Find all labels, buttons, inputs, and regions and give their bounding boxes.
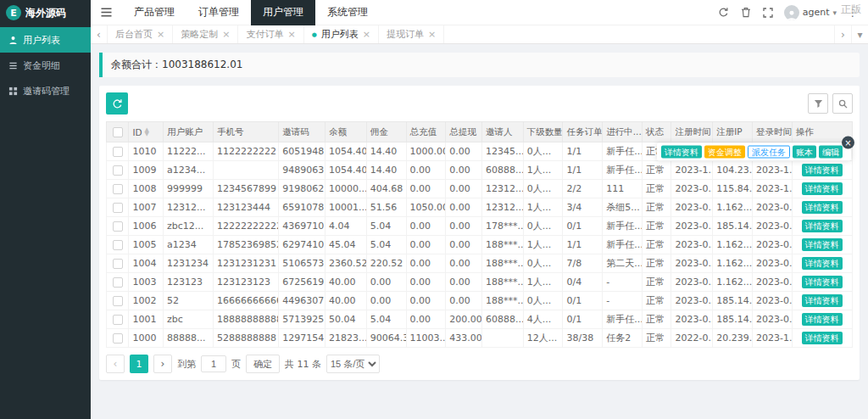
close-tab-icon[interactable]: × — [157, 29, 164, 40]
cell-total-recharge: 0.00 — [406, 254, 446, 273]
sort-icon[interactable]: ▲▼ — [145, 128, 149, 136]
cell-commission: 5.04 — [366, 310, 406, 329]
row-checkbox[interactable] — [113, 240, 123, 250]
details-button[interactable]: 详情资料 — [802, 220, 843, 232]
tab-user-list[interactable]: ● 用户列表 × — [304, 25, 379, 43]
cell-balance: 1054.40 — [326, 161, 367, 180]
tabs-menu-icon[interactable]: ▾ — [851, 25, 868, 43]
row-checkbox[interactable] — [113, 147, 123, 157]
op-cell: 详情资料 — [792, 329, 852, 348]
refresh-icon[interactable] — [714, 0, 734, 25]
tab-strategy[interactable]: ● 策略定制 × — [173, 25, 238, 43]
cell-status: 正常 — [642, 292, 671, 310]
col-total-withdraw: 总提现 — [446, 122, 482, 142]
row-checkbox[interactable] — [113, 315, 123, 325]
details-button[interactable]: 详情资料 — [802, 332, 843, 344]
select-all-checkbox[interactable] — [113, 127, 123, 137]
next-page-button[interactable]: › — [153, 355, 172, 373]
col-id[interactable]: ID ▲▼ — [129, 122, 164, 142]
cell-phone: 123123444 — [213, 198, 278, 217]
edit-button[interactable]: 编辑 — [819, 145, 843, 158]
close-tab-icon[interactable]: × — [363, 29, 370, 40]
row-checkbox[interactable] — [113, 184, 123, 194]
prev-page-button[interactable]: ‹ — [106, 355, 125, 373]
nav-item-system[interactable]: 系统管理 — [315, 0, 380, 25]
cell-commission: 220.52 — [366, 254, 406, 273]
details-button[interactable]: 详情资料 — [802, 313, 843, 326]
page-number-current[interactable]: 1 — [130, 355, 148, 373]
details-button[interactable]: 详情资料 — [661, 145, 702, 158]
cell-total-recharge: 0.00 — [406, 292, 446, 310]
assign-task-button[interactable]: 派发任务 — [748, 145, 790, 158]
cell-id: 1004 — [129, 254, 164, 273]
tab-withdraw-orders[interactable]: ● 提现订单 × — [379, 25, 444, 43]
cell-balance: 50.04 — [326, 310, 367, 329]
filter-columns-button[interactable] — [808, 93, 828, 114]
cell-id: 1000 — [129, 329, 164, 348]
row-checkbox[interactable] — [113, 296, 123, 306]
sidebar-item-user-list[interactable]: 用户列表 — [0, 27, 91, 53]
cell-commission: 51.56 — [366, 198, 406, 217]
filter-icon — [814, 99, 823, 109]
total-count-label: 共 11 条 — [285, 358, 321, 371]
row-checkbox[interactable] — [113, 203, 123, 213]
cell-invite-code: 5106573 — [279, 254, 326, 273]
fullscreen-icon[interactable] — [758, 0, 778, 25]
user-menu[interactable]: agent ▾ — [780, 5, 841, 20]
cell-total-withdraw: 0.00 — [446, 254, 482, 273]
clear-cache-icon[interactable] — [736, 0, 756, 25]
cell-phone: 1234567899 — [213, 180, 278, 198]
row-checkbox[interactable] — [113, 221, 123, 232]
details-button[interactable]: 详情资料 — [802, 276, 843, 288]
nav-item-orders[interactable]: 订单管理 — [186, 0, 251, 25]
details-button[interactable]: 详情资料 — [802, 257, 843, 270]
details-button[interactable]: 详情资料 — [802, 294, 843, 307]
tab-dashboard[interactable]: ● 后台首页 × — [108, 25, 173, 43]
close-tab-icon[interactable]: × — [287, 29, 295, 40]
cell-invite-code: 6591078 — [279, 198, 326, 217]
pagination: ‹ 1 › 到第 页 确定 共 11 条 15 条/页 — [106, 355, 853, 373]
cell-commission: 14.40 — [366, 161, 406, 180]
details-button[interactable]: 详情资料 — [802, 201, 843, 214]
details-button[interactable]: 详情资料 — [802, 164, 843, 176]
sidebar-item-invite-code[interactable]: 邀请码管理 — [0, 78, 91, 103]
user-list-icon — [8, 36, 18, 45]
tabs-scroll-left-icon[interactable]: ‹ — [91, 25, 108, 43]
row-checkbox[interactable] — [113, 277, 123, 288]
menu-toggle-icon[interactable] — [91, 0, 122, 25]
col-balance: 余额 — [326, 122, 367, 142]
nav-item-users[interactable]: 用户管理 — [251, 0, 315, 25]
search-button[interactable] — [832, 93, 853, 114]
op-cell: 详情资料 — [792, 161, 852, 180]
close-tab-icon[interactable]: × — [428, 29, 436, 40]
cell-commission: 90064.31 — [366, 329, 406, 348]
cell-invite-code: 1297154 — [279, 329, 326, 348]
cell-login-time: 2023-1... — [752, 329, 792, 348]
refresh-table-button[interactable] — [106, 92, 128, 115]
nav-item-products[interactable]: 产品管理 — [122, 0, 186, 25]
op-cell: 详情资料 — [792, 180, 852, 198]
close-actions-icon[interactable]: × — [842, 136, 854, 148]
tab-pay-orders[interactable]: ● 支付订单 × — [238, 25, 303, 43]
goto-page-input[interactable] — [201, 355, 226, 372]
confirm-page-button[interactable]: 确定 — [246, 355, 280, 373]
page-size-select[interactable]: 15 条/页 — [326, 355, 380, 373]
tabs-scroll-right-icon[interactable]: › — [834, 25, 851, 43]
funds-adjust-button[interactable]: 资金调整 — [704, 145, 745, 158]
col-phone: 手机号 — [213, 122, 278, 142]
more-vertical-icon[interactable]: ⋮ — [843, 7, 863, 19]
close-tab-icon[interactable]: × — [222, 29, 230, 40]
sidebar-item-funds-detail[interactable]: 资金明细 — [0, 53, 91, 78]
row-checkbox[interactable] — [113, 333, 123, 344]
details-button[interactable]: 详情资料 — [802, 238, 843, 251]
row-checkbox[interactable] — [113, 165, 123, 176]
ledger-button[interactable]: 账本 — [793, 145, 816, 158]
cell-in-progress: 111 — [603, 180, 643, 198]
cell-task-orders: 1/1 — [563, 161, 603, 180]
cell-phone: 1231231231 — [213, 254, 278, 273]
chevron-down-icon: ▾ — [832, 8, 837, 17]
cell-total-withdraw: 0.00 — [446, 292, 482, 310]
details-button[interactable]: 详情资料 — [802, 182, 843, 195]
row-checkbox[interactable] — [113, 259, 123, 269]
cell-in-progress: - — [603, 292, 643, 310]
